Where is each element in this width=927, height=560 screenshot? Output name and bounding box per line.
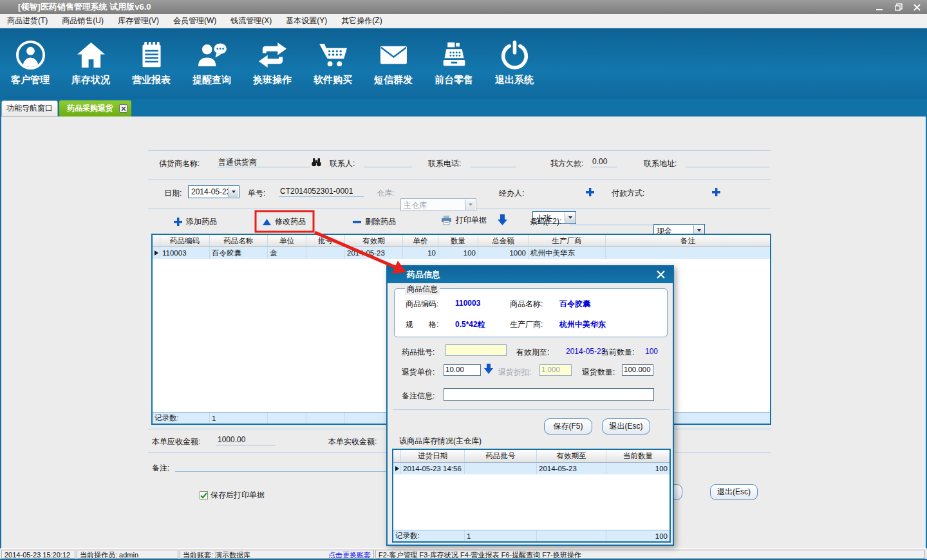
print-receipt-button[interactable]: 打印单据: [441, 215, 487, 226]
app-window: [领智]医药销售管理系统 试用版v6.0 商品进货(T) 商品销售(U) 库存管…: [0, 0, 927, 560]
minimize-button[interactable]: [873, 3, 886, 12]
dialog-save-button[interactable]: 保存(F5): [544, 418, 592, 434]
receivable-label: 本单应收金额:: [152, 436, 200, 447]
contact-label: 联系人:: [330, 158, 355, 169]
dialog-remark-input[interactable]: [444, 388, 654, 401]
menu-cashflow[interactable]: 钱流管理(X): [223, 14, 279, 28]
add-drug-button[interactable]: 添加药品: [174, 216, 217, 227]
warehouse-select: 主仓库: [400, 198, 476, 211]
supplier-input[interactable]: 普通供货商: [217, 156, 310, 167]
col-header: 批号: [306, 235, 345, 247]
cash-register-icon: [440, 37, 469, 72]
delete-drug-button[interactable]: 删除药品: [353, 216, 396, 227]
code-label: 商品编码:: [406, 299, 438, 310]
col-header: 当前数量: [606, 450, 670, 462]
record-total-value: 100: [606, 530, 670, 541]
menu-members[interactable]: 会员管理(W): [166, 14, 223, 28]
cart-icon: [318, 37, 348, 72]
toolbar-item-reports[interactable]: 营业报表: [121, 28, 182, 99]
binoculars-icon[interactable]: [312, 158, 321, 169]
name-label: 商品名称:: [510, 299, 543, 310]
tabbar: 功能导航窗口 药品采购退货: [0, 99, 927, 117]
menu-inventory[interactable]: 库存管理(V): [111, 14, 166, 28]
date-label: 日期:: [164, 188, 182, 199]
batch-input[interactable]: [445, 344, 507, 356]
envelope-icon: [379, 37, 409, 72]
stock-table-footer: 记录数: 1 100: [393, 530, 670, 541]
close-button[interactable]: [910, 3, 923, 12]
return-qty-input[interactable]: 100.000: [622, 364, 653, 376]
items-table-header: 药品编码 药品名称 单位 批号 有效期 单价 数量 总金额 生产厂商 备注: [153, 235, 770, 247]
chevron-down-icon: [465, 200, 475, 210]
tab-navigation[interactable]: 功能导航窗口: [1, 100, 58, 117]
add-operator-button[interactable]: [586, 187, 594, 199]
tab-drug-purchase-return[interactable]: 药品采购退货: [59, 100, 131, 117]
barcode-input[interactable]: [570, 214, 660, 225]
arrow-down-icon[interactable]: [484, 364, 493, 377]
arrow-down-icon[interactable]: [498, 214, 507, 228]
col-header: 进货日期: [401, 450, 465, 462]
toolbar-item-purchase-software[interactable]: 软件购买: [303, 28, 363, 99]
receivable-value: 1000.00: [216, 434, 276, 445]
print-after-save-checkbox[interactable]: 保存后打印单据: [200, 490, 265, 501]
col-header: 有效期至: [537, 450, 606, 462]
home-icon: [76, 37, 106, 72]
add-payment-button[interactable]: [712, 187, 720, 199]
menu-sales[interactable]: 商品销售(U): [55, 14, 111, 28]
debt-label: 我方欠款:: [550, 158, 583, 169]
person-chat-icon: [197, 37, 227, 72]
record-count-label: 记录数:: [153, 413, 210, 424]
modify-drug-button[interactable]: 修改药品: [263, 216, 306, 227]
dialog-titlebar[interactable]: 药品信息: [388, 266, 673, 283]
contact-input[interactable]: [364, 156, 412, 167]
tab-close-icon[interactable]: [119, 104, 127, 113]
switch-account-link[interactable]: 点击更换账套: [328, 551, 371, 557]
dialog-exit-button[interactable]: 退出(Esc): [602, 418, 650, 434]
chevron-down-icon[interactable]: [228, 187, 238, 197]
table-row[interactable]: 110003 百令胶囊 盒 2014-05-23 10 100 1000 杭州中…: [153, 247, 770, 259]
maximize-button[interactable]: [892, 3, 905, 12]
dialog-title: 药品信息: [407, 269, 440, 281]
toolbar-item-pos[interactable]: 前台零售: [424, 28, 484, 99]
col-header: 药品批号: [465, 450, 537, 462]
date-select[interactable]: 2014-05-23: [188, 185, 239, 198]
menu-purchase[interactable]: 商品进货(T): [0, 14, 55, 28]
order-no-label: 单号:: [248, 188, 265, 199]
status-hotkeys: F2-客户管理 F3-库存状况 F4-营业报表 F6-提醒查询 F7-换班操作: [375, 550, 925, 559]
window-title: [领智]医药销售管理系统 试用版v6.0: [18, 1, 151, 13]
phone-label: 联系电话:: [428, 158, 461, 169]
return-qty-label: 退货数量:: [582, 367, 615, 378]
stock-table-row[interactable]: 2014-05-23 14:56 2014-05-23 100: [393, 463, 670, 474]
payment-label: 付款方式:: [612, 188, 644, 199]
status-account: 当前账套: 演示数据库 点击更换账套: [180, 550, 374, 559]
name-value: 百令胶囊: [559, 299, 590, 310]
user-circle-icon: [15, 37, 46, 72]
col-header: 备注: [606, 235, 770, 247]
price-input[interactable]: 10.00: [444, 364, 481, 376]
plus-icon: [174, 218, 182, 226]
barcode-label: 条码(F2):: [530, 216, 561, 227]
toolbar: 客户管理 库存状况 营业报表 提醒查询 换班操作 软件购买: [0, 28, 927, 99]
current-qty-label: 当前数量:: [601, 347, 634, 358]
operator-label: 经办人:: [499, 188, 524, 199]
drug-info-dialog: 药品信息 商品信息 商品编码: 110003 商品名称: 百令胶囊 规 格: 0…: [386, 265, 674, 546]
address-input[interactable]: [686, 156, 769, 167]
main-exit-button[interactable]: 退出(Esc): [710, 484, 758, 500]
order-no-input[interactable]: CT2014052301-0001: [279, 186, 364, 197]
menu-settings[interactable]: 基本设置(Y): [279, 14, 334, 28]
maker-label: 生产厂商:: [510, 319, 543, 330]
minimize-icon: [876, 9, 883, 10]
toolbar-item-stock[interactable]: 库存状况: [61, 28, 121, 99]
expiry-value: 2014-05-23: [566, 347, 605, 356]
phone-input[interactable]: [470, 156, 516, 167]
toolbar-item-shift[interactable]: 换班操作: [242, 28, 303, 99]
col-header: 总金额: [478, 235, 529, 247]
statusbar: 2014-05-23 15:20:12 当前操作员: admin 当前账套: 演…: [0, 548, 927, 559]
toolbar-item-reminders[interactable]: 提醒查询: [182, 28, 242, 99]
toolbar-item-exit[interactable]: 退出系统: [484, 28, 545, 99]
toolbar-item-customers[interactable]: 客户管理: [0, 28, 61, 99]
toolbar-item-sms[interactable]: 短信群发: [363, 28, 424, 99]
dialog-close-icon[interactable]: [657, 270, 665, 279]
maker-value: 杭州中美华东: [559, 319, 606, 330]
menu-other[interactable]: 其它操作(Z): [334, 14, 389, 28]
